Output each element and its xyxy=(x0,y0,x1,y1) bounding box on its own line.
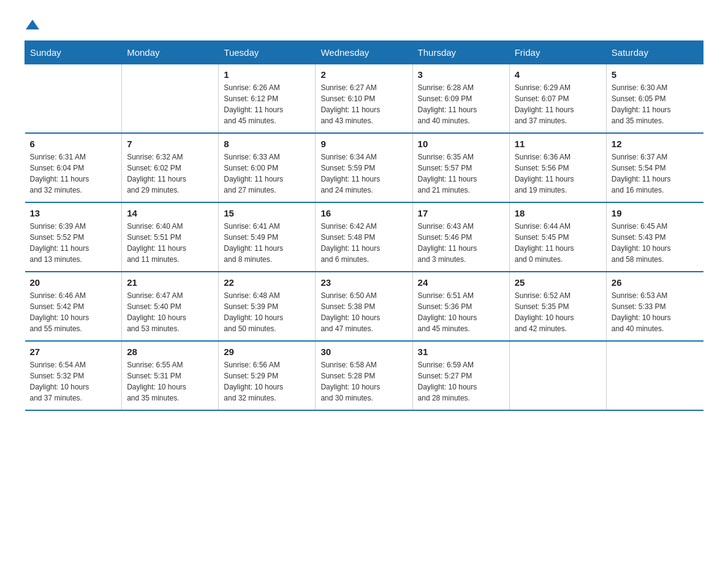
page-header xyxy=(25,18,703,28)
calendar-cell: 1Sunrise: 6:26 AMSunset: 6:12 PMDaylight… xyxy=(219,64,316,134)
day-number: 9 xyxy=(320,139,407,149)
column-header-wednesday: Wednesday xyxy=(316,41,412,64)
calendar-cell: 31Sunrise: 6:59 AMSunset: 5:27 PMDayligh… xyxy=(412,341,509,410)
calendar-week-row: 1Sunrise: 6:26 AMSunset: 6:12 PMDaylight… xyxy=(25,64,703,134)
column-header-friday: Friday xyxy=(509,41,606,64)
calendar-table: SundayMondayTuesdayWednesdayThursdayFrid… xyxy=(25,40,703,411)
day-number: 22 xyxy=(224,277,310,288)
day-info: Sunrise: 6:40 AMSunset: 5:51 PMDaylight:… xyxy=(127,221,213,265)
day-info: Sunrise: 6:32 AMSunset: 6:02 PMDaylight:… xyxy=(127,151,213,196)
calendar-cell: 10Sunrise: 6:35 AMSunset: 5:57 PMDayligh… xyxy=(412,133,509,202)
day-info: Sunrise: 6:56 AMSunset: 5:29 PMDaylight:… xyxy=(224,359,310,404)
day-number: 19 xyxy=(612,208,699,218)
day-info: Sunrise: 6:37 AMSunset: 5:54 PMDaylight:… xyxy=(612,151,699,196)
calendar-cell: 2Sunrise: 6:27 AMSunset: 6:10 PMDaylight… xyxy=(316,64,412,134)
day-info: Sunrise: 6:30 AMSunset: 6:05 PMDaylight:… xyxy=(612,82,699,126)
calendar-cell: 13Sunrise: 6:39 AMSunset: 5:52 PMDayligh… xyxy=(25,202,122,272)
day-info: Sunrise: 6:54 AMSunset: 5:32 PMDaylight:… xyxy=(30,359,117,404)
calendar-cell: 22Sunrise: 6:48 AMSunset: 5:39 PMDayligh… xyxy=(219,272,316,341)
day-number: 3 xyxy=(418,69,504,80)
day-number: 21 xyxy=(127,277,213,288)
day-number: 10 xyxy=(418,139,504,149)
logo xyxy=(25,18,39,28)
calendar-cell: 12Sunrise: 6:37 AMSunset: 5:54 PMDayligh… xyxy=(606,133,703,202)
day-number: 26 xyxy=(612,277,699,288)
day-number: 30 xyxy=(320,347,407,357)
day-info: Sunrise: 6:58 AMSunset: 5:28 PMDaylight:… xyxy=(320,359,407,404)
day-number: 31 xyxy=(418,347,504,357)
day-number: 7 xyxy=(127,139,213,149)
day-number: 17 xyxy=(418,208,504,218)
day-info: Sunrise: 6:48 AMSunset: 5:39 PMDaylight:… xyxy=(224,290,310,334)
day-number: 14 xyxy=(127,208,213,218)
calendar-cell: 6Sunrise: 6:31 AMSunset: 6:04 PMDaylight… xyxy=(25,133,122,202)
day-number: 13 xyxy=(30,208,117,218)
day-number: 1 xyxy=(224,69,310,80)
day-info: Sunrise: 6:36 AMSunset: 5:56 PMDaylight:… xyxy=(515,151,601,196)
day-info: Sunrise: 6:50 AMSunset: 5:38 PMDaylight:… xyxy=(320,290,407,334)
day-info: Sunrise: 6:35 AMSunset: 5:57 PMDaylight:… xyxy=(418,151,504,196)
svg-marker-0 xyxy=(26,20,39,29)
day-number: 12 xyxy=(612,139,699,149)
calendar-cell: 11Sunrise: 6:36 AMSunset: 5:56 PMDayligh… xyxy=(509,133,606,202)
day-number: 25 xyxy=(515,277,601,288)
calendar-cell: 23Sunrise: 6:50 AMSunset: 5:38 PMDayligh… xyxy=(316,272,412,341)
day-info: Sunrise: 6:44 AMSunset: 5:45 PMDaylight:… xyxy=(515,221,601,265)
day-info: Sunrise: 6:46 AMSunset: 5:42 PMDaylight:… xyxy=(30,290,117,334)
calendar-cell: 21Sunrise: 6:47 AMSunset: 5:40 PMDayligh… xyxy=(122,272,219,341)
calendar-cell: 19Sunrise: 6:45 AMSunset: 5:43 PMDayligh… xyxy=(606,202,703,272)
day-number: 24 xyxy=(418,277,504,288)
calendar-cell xyxy=(606,341,703,410)
calendar-cell xyxy=(509,341,606,410)
day-info: Sunrise: 6:43 AMSunset: 5:46 PMDaylight:… xyxy=(418,221,504,265)
day-number: 29 xyxy=(224,347,310,357)
column-header-tuesday: Tuesday xyxy=(219,41,316,64)
calendar-cell: 18Sunrise: 6:44 AMSunset: 5:45 PMDayligh… xyxy=(509,202,606,272)
day-number: 16 xyxy=(320,208,407,218)
day-number: 4 xyxy=(515,69,601,80)
calendar-cell: 4Sunrise: 6:29 AMSunset: 6:07 PMDaylight… xyxy=(509,64,606,134)
day-info: Sunrise: 6:52 AMSunset: 5:35 PMDaylight:… xyxy=(515,290,601,334)
column-header-sunday: Sunday xyxy=(25,41,122,64)
calendar-cell: 15Sunrise: 6:41 AMSunset: 5:49 PMDayligh… xyxy=(219,202,316,272)
day-info: Sunrise: 6:47 AMSunset: 5:40 PMDaylight:… xyxy=(127,290,213,334)
day-info: Sunrise: 6:45 AMSunset: 5:43 PMDaylight:… xyxy=(612,221,699,265)
day-number: 6 xyxy=(30,139,117,149)
day-number: 5 xyxy=(612,69,699,80)
day-info: Sunrise: 6:34 AMSunset: 5:59 PMDaylight:… xyxy=(320,151,407,196)
calendar-cell xyxy=(25,64,122,134)
day-info: Sunrise: 6:55 AMSunset: 5:31 PMDaylight:… xyxy=(127,359,213,404)
day-number: 2 xyxy=(320,69,407,80)
calendar-week-row: 27Sunrise: 6:54 AMSunset: 5:32 PMDayligh… xyxy=(25,341,703,410)
calendar-cell: 5Sunrise: 6:30 AMSunset: 6:05 PMDaylight… xyxy=(606,64,703,134)
day-info: Sunrise: 6:28 AMSunset: 6:09 PMDaylight:… xyxy=(418,82,504,126)
calendar-week-row: 6Sunrise: 6:31 AMSunset: 6:04 PMDaylight… xyxy=(25,133,703,202)
calendar-cell: 9Sunrise: 6:34 AMSunset: 5:59 PMDaylight… xyxy=(316,133,412,202)
day-number: 20 xyxy=(30,277,117,288)
calendar-cell: 14Sunrise: 6:40 AMSunset: 5:51 PMDayligh… xyxy=(122,202,219,272)
day-number: 8 xyxy=(224,139,310,149)
calendar-cell: 28Sunrise: 6:55 AMSunset: 5:31 PMDayligh… xyxy=(122,341,219,410)
day-info: Sunrise: 6:29 AMSunset: 6:07 PMDaylight:… xyxy=(515,82,601,126)
day-info: Sunrise: 6:31 AMSunset: 6:04 PMDaylight:… xyxy=(30,151,117,196)
day-info: Sunrise: 6:59 AMSunset: 5:27 PMDaylight:… xyxy=(418,359,504,404)
calendar-cell: 29Sunrise: 6:56 AMSunset: 5:29 PMDayligh… xyxy=(219,341,316,410)
day-number: 11 xyxy=(515,139,601,149)
day-info: Sunrise: 6:26 AMSunset: 6:12 PMDaylight:… xyxy=(224,82,310,126)
calendar-week-row: 13Sunrise: 6:39 AMSunset: 5:52 PMDayligh… xyxy=(25,202,703,272)
logo-triangle-icon xyxy=(26,18,39,31)
calendar-header-row: SundayMondayTuesdayWednesdayThursdayFrid… xyxy=(25,41,703,64)
calendar-cell: 16Sunrise: 6:42 AMSunset: 5:48 PMDayligh… xyxy=(316,202,412,272)
day-info: Sunrise: 6:42 AMSunset: 5:48 PMDaylight:… xyxy=(320,221,407,265)
calendar-cell: 30Sunrise: 6:58 AMSunset: 5:28 PMDayligh… xyxy=(316,341,412,410)
day-number: 27 xyxy=(30,347,117,357)
calendar-cell xyxy=(122,64,219,134)
day-number: 18 xyxy=(515,208,601,218)
calendar-cell: 26Sunrise: 6:53 AMSunset: 5:33 PMDayligh… xyxy=(606,272,703,341)
calendar-week-row: 20Sunrise: 6:46 AMSunset: 5:42 PMDayligh… xyxy=(25,272,703,341)
day-number: 28 xyxy=(127,347,213,357)
column-header-thursday: Thursday xyxy=(412,41,509,64)
day-info: Sunrise: 6:39 AMSunset: 5:52 PMDaylight:… xyxy=(30,221,117,265)
day-number: 15 xyxy=(224,208,310,218)
calendar-cell: 20Sunrise: 6:46 AMSunset: 5:42 PMDayligh… xyxy=(25,272,122,341)
